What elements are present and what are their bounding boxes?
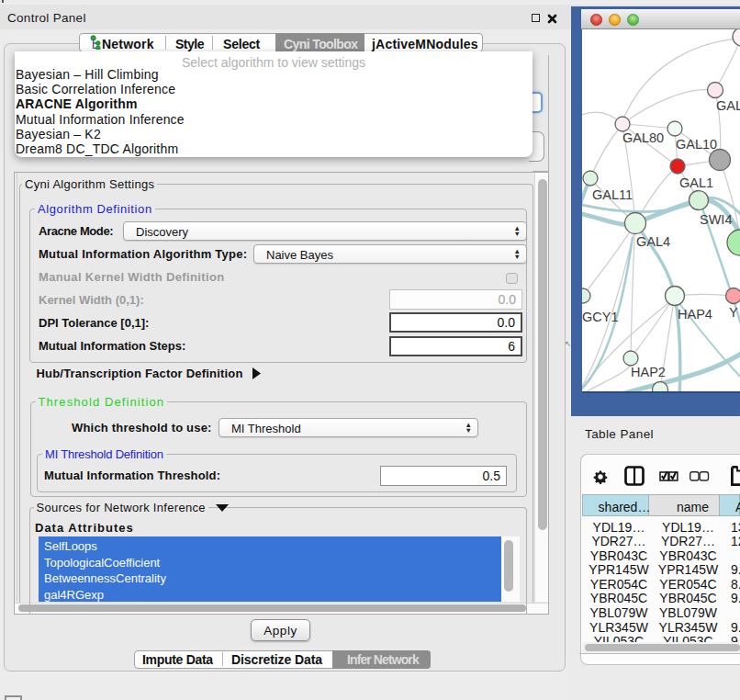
svg-text:GAL80: GAL80: [622, 130, 664, 145]
svg-text:GAL10: GAL10: [676, 137, 717, 152]
svg-text:GAL: GAL: [716, 98, 740, 113]
svg-text:GAL4: GAL4: [636, 234, 670, 249]
svg-text:HAP4: HAP4: [678, 307, 712, 322]
svg-text:GAL11: GAL11: [592, 187, 633, 202]
svg-text:Y: Y: [729, 305, 738, 320]
svg-text:SWI4: SWI4: [700, 212, 732, 227]
svg-text:GCY1: GCY1: [582, 310, 619, 324]
svg-text:HAP2: HAP2: [631, 365, 666, 379]
svg-text:GAL1: GAL1: [679, 175, 713, 190]
